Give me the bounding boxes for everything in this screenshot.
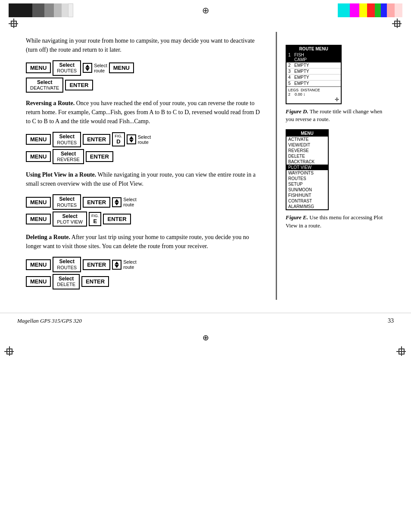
select-route-label-1: Selectroute	[94, 63, 107, 73]
figure-e-caption: Figure E. Use this menu for accessing Pl…	[286, 214, 388, 229]
page-footer: Magellan GPS 315/GPS 320 33	[0, 313, 411, 329]
figure-d-footer: LEGS DISTANCE 2 0.00 ↕ ✛	[286, 87, 341, 103]
figure-d-box: ROUTE MENU 1 FISHCAMP 2EMPTY 3EMPTY 4EMP…	[286, 45, 342, 104]
figure-d-title: ROUTE MENU	[286, 46, 341, 52]
menu-item-waypoints: WAYPOINTS	[286, 170, 328, 176]
menu-item-reverse: REVERSE	[286, 148, 328, 153]
enter-btn-5: ENTER	[103, 214, 131, 224]
select-routes-btn-4: Select ROUTES	[53, 257, 81, 272]
menu-btn-7: MENU	[26, 259, 51, 270]
top-crosshair-icon: ⊕	[199, 3, 213, 17]
menu-item-fishhunt: FISH/HUNT	[286, 193, 328, 198]
plotview-sequence: MENU Select ROUTES ENTER Selectroute MEN…	[26, 194, 263, 227]
figure-d-row-4: 4EMPTY	[286, 75, 341, 81]
select-route-label-4: Selectroute	[123, 259, 137, 270]
select-routes-btn-2: Select ROUTES	[53, 132, 81, 147]
menu-btn-8: MENU	[26, 276, 51, 287]
select-plotview-btn: Select PLOT VIEW	[53, 212, 87, 227]
menu-item-contrast: CONTRAST	[286, 198, 328, 204]
fig-e-badge: FIG. E	[89, 212, 102, 226]
sidebar: ROUTE MENU 1 FISHCAMP 2EMPTY 3EMPTY 4EMP…	[276, 32, 396, 300]
footer-page-number: 33	[388, 317, 394, 324]
menu-item-delete: DELETE	[286, 153, 328, 159]
enter-btn-3: ENTER	[86, 151, 113, 162]
arrow-select-route-4	[112, 260, 121, 270]
menu-btn-5: MENU	[26, 197, 51, 208]
menu-item-plotview: PLOT VIEW	[286, 165, 328, 170]
menu-btn-2: MENU	[109, 62, 134, 73]
bottom-crosshair-icon: ⊕	[0, 329, 411, 347]
delete-sequence: MENU Select ROUTES ENTER Selectroute MEN…	[26, 257, 263, 289]
figure-e-box: MENU ACTIVATE VIEW/EDIT REVERSE DELETE B…	[286, 129, 329, 210]
select-route-label-2: Selectroute	[138, 134, 151, 145]
fig-d-badge: FIG. D	[112, 132, 125, 146]
enter-btn-6: ENTER	[83, 259, 110, 270]
figure-e-title: MENU	[286, 130, 328, 137]
arrow-select-route-1	[83, 63, 92, 73]
select-route-label-3: Selectroute	[123, 197, 137, 207]
reversing-section: Reversing a Route. Once you have reached…	[26, 99, 263, 126]
enter-btn-1: ENTER	[65, 80, 93, 90]
menu-item-backtrack: BACKTRACK	[286, 159, 328, 165]
reg-mark-top-left	[11, 21, 17, 27]
menu-btn-6: MENU	[26, 214, 51, 224]
reg-mark-top-right	[394, 21, 400, 27]
select-delete-btn: Select DELETE	[53, 274, 80, 289]
enter-btn-4: ENTER	[83, 197, 110, 208]
menu-item-routes: ROUTES	[286, 176, 328, 181]
menu-item-sunmoon: SUN/MOON	[286, 187, 328, 193]
select-reverse-btn: Select REVERSE	[53, 149, 84, 165]
menu-item-activate: ACTIVATE	[286, 137, 328, 142]
select-routes-btn-1: Select ROUTES	[53, 60, 81, 76]
color-bar-area: ⊕	[0, 0, 411, 19]
bottom-reg-marks	[0, 348, 411, 355]
enter-btn-2: ENTER	[83, 134, 110, 145]
figure-d-row-3: 3EMPTY	[286, 68, 341, 75]
intro-paragraph: While navigating in your route from home…	[26, 36, 263, 54]
menu-btn-1: MENU	[26, 62, 51, 73]
menu-btn-4: MENU	[26, 151, 51, 162]
figure-d-row-1: 1 FISHCAMP	[286, 52, 341, 62]
reversing-sequence: MENU Select ROUTES ENTER FIG. D Selectro…	[26, 132, 263, 164]
select-routes-btn-3: Select ROUTES	[53, 194, 81, 210]
menu-item-viewedit: VIEW/EDIT	[286, 142, 328, 148]
enter-btn-7: ENTER	[81, 276, 109, 287]
menu-item-alarmmsg: ALARM/MSG	[286, 204, 328, 209]
menu-btn-3: MENU	[26, 134, 51, 145]
arrow-select-route-3	[112, 197, 121, 207]
select-deactivate-btn: Select DEACTIVATE	[26, 78, 63, 93]
figure-d-row-2: 2EMPTY	[286, 62, 341, 68]
figure-d-row-5: 5EMPTY	[286, 81, 341, 87]
delete-section: Deleting a Route. After your last trip u…	[26, 233, 263, 251]
reg-mark-bottom-right	[399, 348, 405, 355]
arrow-select-route-2	[127, 134, 136, 144]
footer-title: Magellan GPS 315/GPS 320	[17, 317, 82, 324]
figure-d-caption: Figure D. The route title will change wh…	[286, 108, 388, 123]
menu-item-setup: SETUP	[286, 181, 328, 187]
deactivate-sequence: MENU Select ROUTES Selectroute MENU S	[26, 60, 263, 93]
plotview-section: Using Plot View in a Route. While naviga…	[26, 170, 263, 188]
reg-mark-bottom-left	[6, 348, 12, 355]
